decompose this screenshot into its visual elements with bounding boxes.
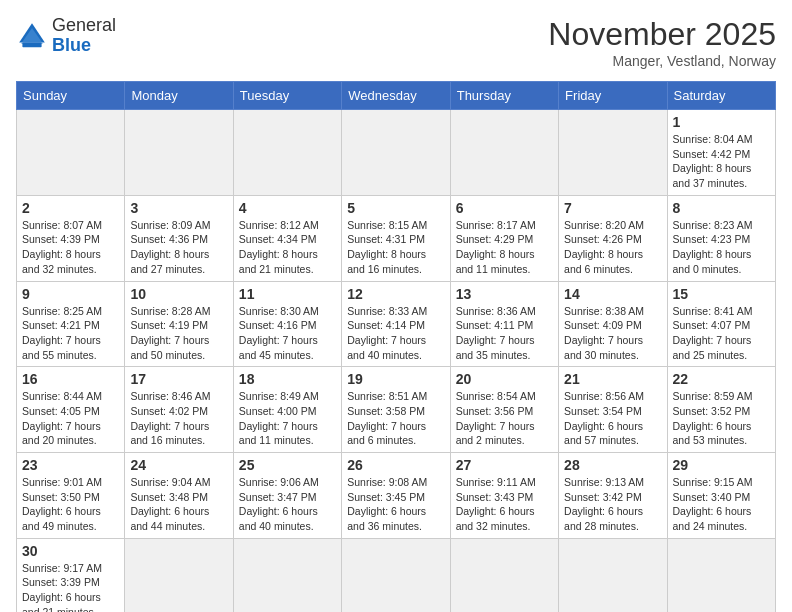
calendar-cell: 16Sunrise: 8:44 AM Sunset: 4:05 PM Dayli… bbox=[17, 367, 125, 453]
calendar-cell: 1Sunrise: 8:04 AM Sunset: 4:42 PM Daylig… bbox=[667, 110, 775, 196]
calendar-cell bbox=[450, 538, 558, 612]
calendar-cell: 15Sunrise: 8:41 AM Sunset: 4:07 PM Dayli… bbox=[667, 281, 775, 367]
day-info: Sunrise: 8:30 AM Sunset: 4:16 PM Dayligh… bbox=[239, 304, 336, 363]
day-info: Sunrise: 8:41 AM Sunset: 4:07 PM Dayligh… bbox=[673, 304, 770, 363]
calendar-cell bbox=[667, 538, 775, 612]
week-row-5: 23Sunrise: 9:01 AM Sunset: 3:50 PM Dayli… bbox=[17, 453, 776, 539]
day-number: 30 bbox=[22, 543, 119, 559]
day-info: Sunrise: 8:59 AM Sunset: 3:52 PM Dayligh… bbox=[673, 389, 770, 448]
calendar-cell: 17Sunrise: 8:46 AM Sunset: 4:02 PM Dayli… bbox=[125, 367, 233, 453]
day-number: 12 bbox=[347, 286, 444, 302]
svg-rect-2 bbox=[22, 42, 41, 47]
calendar-cell: 8Sunrise: 8:23 AM Sunset: 4:23 PM Daylig… bbox=[667, 195, 775, 281]
location: Manger, Vestland, Norway bbox=[548, 53, 776, 69]
day-number: 14 bbox=[564, 286, 661, 302]
calendar-cell: 30Sunrise: 9:17 AM Sunset: 3:39 PM Dayli… bbox=[17, 538, 125, 612]
month-title: November 2025 bbox=[548, 16, 776, 53]
calendar-cell: 13Sunrise: 8:36 AM Sunset: 4:11 PM Dayli… bbox=[450, 281, 558, 367]
day-info: Sunrise: 8:12 AM Sunset: 4:34 PM Dayligh… bbox=[239, 218, 336, 277]
calendar-cell: 4Sunrise: 8:12 AM Sunset: 4:34 PM Daylig… bbox=[233, 195, 341, 281]
day-info: Sunrise: 8:51 AM Sunset: 3:58 PM Dayligh… bbox=[347, 389, 444, 448]
calendar-cell: 12Sunrise: 8:33 AM Sunset: 4:14 PM Dayli… bbox=[342, 281, 450, 367]
logo: General Blue bbox=[16, 16, 116, 56]
day-number: 18 bbox=[239, 371, 336, 387]
day-info: Sunrise: 9:08 AM Sunset: 3:45 PM Dayligh… bbox=[347, 475, 444, 534]
day-number: 16 bbox=[22, 371, 119, 387]
weekday-header-row: SundayMondayTuesdayWednesdayThursdayFrid… bbox=[17, 82, 776, 110]
day-info: Sunrise: 8:38 AM Sunset: 4:09 PM Dayligh… bbox=[564, 304, 661, 363]
calendar-cell: 20Sunrise: 8:54 AM Sunset: 3:56 PM Dayli… bbox=[450, 367, 558, 453]
day-info: Sunrise: 8:56 AM Sunset: 3:54 PM Dayligh… bbox=[564, 389, 661, 448]
day-number: 23 bbox=[22, 457, 119, 473]
calendar: SundayMondayTuesdayWednesdayThursdayFrid… bbox=[16, 81, 776, 612]
calendar-cell: 26Sunrise: 9:08 AM Sunset: 3:45 PM Dayli… bbox=[342, 453, 450, 539]
week-row-3: 9Sunrise: 8:25 AM Sunset: 4:21 PM Daylig… bbox=[17, 281, 776, 367]
day-number: 27 bbox=[456, 457, 553, 473]
day-number: 1 bbox=[673, 114, 770, 130]
title-area: November 2025 Manger, Vestland, Norway bbox=[548, 16, 776, 69]
calendar-cell bbox=[559, 110, 667, 196]
day-number: 5 bbox=[347, 200, 444, 216]
calendar-cell: 25Sunrise: 9:06 AM Sunset: 3:47 PM Dayli… bbox=[233, 453, 341, 539]
calendar-cell: 7Sunrise: 8:20 AM Sunset: 4:26 PM Daylig… bbox=[559, 195, 667, 281]
calendar-cell bbox=[125, 538, 233, 612]
calendar-cell: 9Sunrise: 8:25 AM Sunset: 4:21 PM Daylig… bbox=[17, 281, 125, 367]
calendar-cell: 18Sunrise: 8:49 AM Sunset: 4:00 PM Dayli… bbox=[233, 367, 341, 453]
calendar-cell bbox=[342, 538, 450, 612]
day-number: 3 bbox=[130, 200, 227, 216]
day-number: 6 bbox=[456, 200, 553, 216]
calendar-cell bbox=[125, 110, 233, 196]
day-number: 11 bbox=[239, 286, 336, 302]
logo-text: General Blue bbox=[52, 16, 116, 56]
calendar-cell: 29Sunrise: 9:15 AM Sunset: 3:40 PM Dayli… bbox=[667, 453, 775, 539]
calendar-cell: 23Sunrise: 9:01 AM Sunset: 3:50 PM Dayli… bbox=[17, 453, 125, 539]
calendar-cell bbox=[233, 110, 341, 196]
day-number: 7 bbox=[564, 200, 661, 216]
week-row-4: 16Sunrise: 8:44 AM Sunset: 4:05 PM Dayli… bbox=[17, 367, 776, 453]
weekday-header-saturday: Saturday bbox=[667, 82, 775, 110]
weekday-header-sunday: Sunday bbox=[17, 82, 125, 110]
weekday-header-thursday: Thursday bbox=[450, 82, 558, 110]
day-info: Sunrise: 8:33 AM Sunset: 4:14 PM Dayligh… bbox=[347, 304, 444, 363]
day-number: 26 bbox=[347, 457, 444, 473]
day-info: Sunrise: 9:15 AM Sunset: 3:40 PM Dayligh… bbox=[673, 475, 770, 534]
weekday-header-monday: Monday bbox=[125, 82, 233, 110]
day-info: Sunrise: 8:44 AM Sunset: 4:05 PM Dayligh… bbox=[22, 389, 119, 448]
week-row-1: 1Sunrise: 8:04 AM Sunset: 4:42 PM Daylig… bbox=[17, 110, 776, 196]
day-number: 2 bbox=[22, 200, 119, 216]
day-info: Sunrise: 9:17 AM Sunset: 3:39 PM Dayligh… bbox=[22, 561, 119, 612]
day-number: 19 bbox=[347, 371, 444, 387]
calendar-cell: 10Sunrise: 8:28 AM Sunset: 4:19 PM Dayli… bbox=[125, 281, 233, 367]
calendar-cell: 11Sunrise: 8:30 AM Sunset: 4:16 PM Dayli… bbox=[233, 281, 341, 367]
day-info: Sunrise: 9:04 AM Sunset: 3:48 PM Dayligh… bbox=[130, 475, 227, 534]
day-info: Sunrise: 8:15 AM Sunset: 4:31 PM Dayligh… bbox=[347, 218, 444, 277]
week-row-6: 30Sunrise: 9:17 AM Sunset: 3:39 PM Dayli… bbox=[17, 538, 776, 612]
day-number: 24 bbox=[130, 457, 227, 473]
day-number: 15 bbox=[673, 286, 770, 302]
day-number: 21 bbox=[564, 371, 661, 387]
day-number: 20 bbox=[456, 371, 553, 387]
day-number: 25 bbox=[239, 457, 336, 473]
calendar-cell: 21Sunrise: 8:56 AM Sunset: 3:54 PM Dayli… bbox=[559, 367, 667, 453]
day-info: Sunrise: 8:23 AM Sunset: 4:23 PM Dayligh… bbox=[673, 218, 770, 277]
day-info: Sunrise: 8:36 AM Sunset: 4:11 PM Dayligh… bbox=[456, 304, 553, 363]
day-info: Sunrise: 8:04 AM Sunset: 4:42 PM Dayligh… bbox=[673, 132, 770, 191]
calendar-cell bbox=[559, 538, 667, 612]
logo-icon bbox=[16, 20, 48, 52]
day-info: Sunrise: 9:06 AM Sunset: 3:47 PM Dayligh… bbox=[239, 475, 336, 534]
weekday-header-friday: Friday bbox=[559, 82, 667, 110]
day-number: 10 bbox=[130, 286, 227, 302]
calendar-cell bbox=[233, 538, 341, 612]
calendar-cell: 19Sunrise: 8:51 AM Sunset: 3:58 PM Dayli… bbox=[342, 367, 450, 453]
day-info: Sunrise: 9:13 AM Sunset: 3:42 PM Dayligh… bbox=[564, 475, 661, 534]
weekday-header-wednesday: Wednesday bbox=[342, 82, 450, 110]
calendar-cell: 6Sunrise: 8:17 AM Sunset: 4:29 PM Daylig… bbox=[450, 195, 558, 281]
day-number: 28 bbox=[564, 457, 661, 473]
day-info: Sunrise: 8:20 AM Sunset: 4:26 PM Dayligh… bbox=[564, 218, 661, 277]
day-number: 29 bbox=[673, 457, 770, 473]
day-info: Sunrise: 8:54 AM Sunset: 3:56 PM Dayligh… bbox=[456, 389, 553, 448]
calendar-cell: 14Sunrise: 8:38 AM Sunset: 4:09 PM Dayli… bbox=[559, 281, 667, 367]
day-number: 4 bbox=[239, 200, 336, 216]
day-info: Sunrise: 9:11 AM Sunset: 3:43 PM Dayligh… bbox=[456, 475, 553, 534]
day-info: Sunrise: 8:28 AM Sunset: 4:19 PM Dayligh… bbox=[130, 304, 227, 363]
